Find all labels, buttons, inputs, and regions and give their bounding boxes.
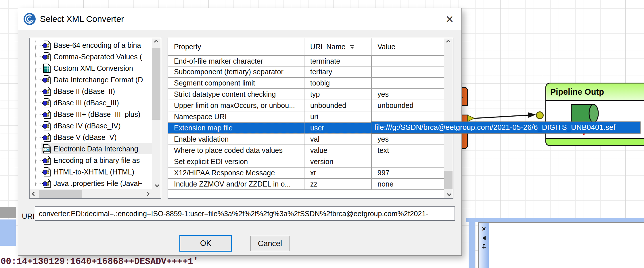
value-cell: yes [372, 134, 444, 145]
tree-item[interactable]: Base-64 encoding of a bina [30, 39, 152, 51]
tree-item[interactable]: Java .properties File (JavaF [30, 178, 152, 189]
tree-item[interactable]: dBase V (dBase_V) [30, 132, 152, 143]
tree-hscrollbar-thumb[interactable] [39, 190, 82, 198]
property-cell: X12/HIPAA Response Message [168, 168, 304, 178]
value-edit-overlay[interactable]: file:///g:/SSDN/brca@eetgroup.com/2021-0… [371, 121, 641, 134]
tree-vertical-scrollbar[interactable] [152, 38, 161, 189]
url-name-cell: value [304, 145, 372, 156]
tree-item[interactable]: Data Interchange Format (D [30, 74, 152, 85]
pipeline-output-node[interactable]: Pipeline Outp [545, 83, 644, 146]
ok-button[interactable]: OK [179, 235, 232, 252]
panel-collapse-icon[interactable] [482, 236, 486, 240]
tree-item-label: Base-64 encoding of a bina [53, 41, 141, 50]
converter-plug-icon [42, 75, 51, 85]
cancel-button-label: Cancel [258, 239, 282, 248]
url-name-cell: user [304, 123, 372, 133]
scroll-up-button[interactable] [152, 38, 161, 47]
tree-item[interactable]: dBase III+ (dBase_III_plus) [30, 109, 152, 120]
tree-item-label: Custom XML Conversion [53, 64, 133, 73]
tree-scrollbar-thumb[interactable] [152, 48, 160, 120]
scrollbar-corner [152, 189, 161, 198]
window-edge-blue [0, 219, 16, 246]
url-name-cell: uri [304, 111, 372, 122]
converter-tree[interactable]: Base-64 encoding of a bina Comma-Separat… [29, 38, 161, 199]
value-cell [372, 56, 444, 66]
tree-connector [36, 126, 41, 126]
chevron-up-icon [154, 40, 159, 44]
target-port-circle[interactable] [536, 111, 544, 119]
cancel-button[interactable]: Cancel [250, 236, 290, 251]
column-header-url-name[interactable]: URL Name [304, 38, 372, 55]
property-cell: Include ZZMOV and/or ZZDEL in o... [168, 179, 304, 189]
close-icon[interactable]: × [440, 8, 459, 30]
tree-connector [36, 91, 41, 92]
property-table[interactable]: Property URL Name Value End-of-file mark… [168, 38, 453, 199]
chevron-down-icon [155, 183, 160, 187]
edi-document-icon: EDI [42, 144, 51, 154]
table-grid-icon [42, 63, 51, 73]
table-row[interactable]: Where to place coded data values value t… [168, 145, 453, 156]
tree-item[interactable]: Custom XML Conversion [30, 62, 152, 74]
tree-connector [36, 56, 41, 57]
tree-connector [36, 114, 41, 115]
property-cell: Upper limit on maxOccurs, or unbou... [168, 100, 304, 111]
tree-horizontal-scrollbar[interactable] [30, 189, 152, 198]
tree-item-label: dBase II (dBase_II) [53, 87, 115, 96]
table-row[interactable]: Upper limit on maxOccurs, or unbou... un… [168, 100, 453, 111]
value-cell: unbounded [372, 100, 444, 111]
table-row[interactable]: Include ZZMOV and/or ZZDEL in o... zz no… [168, 179, 453, 190]
tree-item-label: dBase V (dBase_V) [53, 133, 117, 142]
scroll-down-button[interactable] [152, 180, 161, 189]
tree-item[interactable]: HTML-to-XHTML (HTML) [30, 166, 152, 178]
converter-plug-icon [42, 155, 51, 165]
tree-item[interactable]: dBase IV (dBase_IV) [30, 120, 152, 132]
tree-item-label: Encoding of a binary file as [53, 156, 140, 165]
converter-plug-icon [42, 52, 51, 62]
docked-panel-side-strip [469, 222, 475, 268]
tree-item-label: dBase III (dBase_III) [53, 99, 119, 107]
scroll-left-button[interactable] [30, 189, 39, 198]
converter-plug-icon [42, 121, 51, 131]
table-row[interactable]: Strict datatype content checking typ yes [168, 89, 453, 100]
scroll-down-button[interactable] [444, 189, 453, 198]
source-port-triangle[interactable] [467, 115, 474, 121]
value-cell: 997 [372, 168, 444, 178]
table-row[interactable]: Set explicit EDI version version [168, 156, 453, 168]
table-vertical-scrollbar[interactable] [444, 38, 453, 198]
url-name-cell: typ [304, 89, 372, 100]
property-cell: Where to place coded data values [168, 145, 304, 156]
converter-tree-items: Base-64 encoding of a bina Comma-Separat… [30, 39, 152, 189]
panel-pin-icon[interactable] [481, 244, 487, 250]
converter-plug-icon [42, 132, 51, 142]
tree-item[interactable]: dBase II (dBase_II) [30, 85, 152, 97]
tree-item[interactable]: Comma-Separated Values ( [30, 51, 152, 62]
property-cell: Subcomponent (tertiary) separator [168, 66, 304, 77]
scroll-up-button[interactable] [444, 38, 453, 47]
table-row[interactable]: X12/HIPAA Response Message xr 997 [168, 168, 453, 179]
value-cell [372, 111, 444, 122]
dialog-title: Select XML Converter [40, 8, 124, 30]
column-header-value[interactable]: Value [372, 38, 444, 55]
converter-plug-icon [42, 178, 51, 188]
panel-close-icon[interactable]: × [482, 225, 486, 232]
table-row[interactable]: Namespace URI uri [168, 111, 453, 123]
table-row[interactable]: Subcomponent (tertiary) separator tertia… [168, 66, 453, 78]
tree-item-label: Electronic Data Interchang [53, 145, 138, 153]
column-header-property[interactable]: Property [168, 38, 304, 55]
table-row[interactable]: Segment component limit toobig [168, 78, 453, 89]
chevron-right-icon [145, 192, 150, 196]
table-row[interactable]: Enable validation val yes [168, 134, 453, 145]
url-name-cell: zz [304, 179, 372, 189]
tree-connector [36, 137, 41, 138]
table-scrollbar-thumb[interactable] [444, 171, 453, 189]
uri-input[interactable]: converter:EDI:decimal=.:encoding=ISO-885… [35, 206, 455, 221]
property-cell: Strict datatype content checking [168, 89, 304, 100]
table-row[interactable]: End-of-file marker character terminate [168, 55, 453, 66]
tree-item[interactable]: dBase III (dBase_III) [30, 97, 152, 109]
tree-item[interactable]: EDI Electronic Data Interchang [30, 143, 152, 155]
tree-item-label: Java .properties File (JavaF [53, 179, 142, 188]
application-canvas: 00:14+130129:1640+16868++DESADV++++1' - … [0, 0, 644, 268]
tree-item[interactable]: Encoding of a binary file as [30, 155, 152, 166]
converter-plug-icon [42, 167, 51, 177]
scroll-right-button[interactable] [143, 189, 152, 198]
